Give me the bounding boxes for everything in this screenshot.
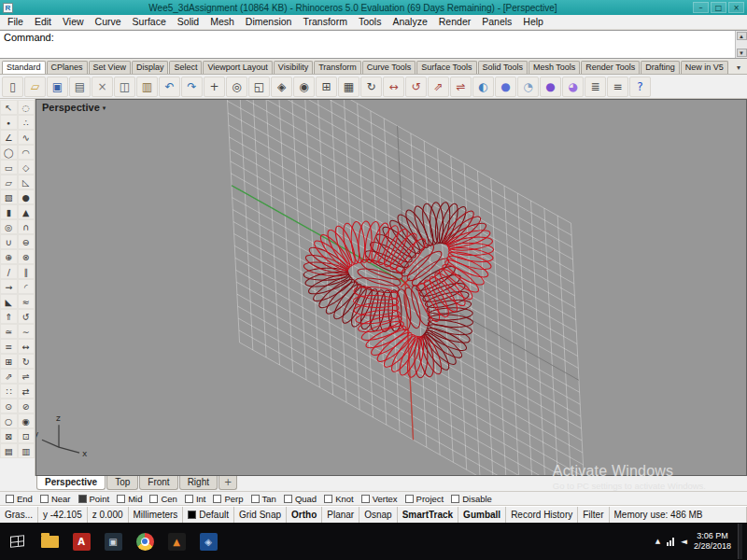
pan-view-icon[interactable]: + <box>204 77 225 97</box>
osnap-vertex[interactable]: Vertex <box>361 494 398 504</box>
gumball-toggle[interactable]: Gumball <box>458 507 506 523</box>
toolbar-tab-render-tools[interactable]: Render Tools <box>581 61 640 74</box>
osnap-near-checkbox[interactable] <box>40 495 49 503</box>
toolbar-tab-mesh-tools[interactable]: Mesh Tools <box>529 61 580 74</box>
app-icon-1[interactable]: ▣ <box>97 524 129 559</box>
osnap-project[interactable]: Project <box>405 494 444 504</box>
viewport-tab-right[interactable]: Right <box>179 476 218 490</box>
osnap-quad-checkbox[interactable] <box>284 495 292 503</box>
osnap-toggle[interactable]: Osnap <box>359 507 397 523</box>
zoom-window-icon[interactable]: ◱ <box>248 77 270 97</box>
chrome-icon[interactable] <box>129 524 161 559</box>
extend-tool[interactable]: → <box>0 279 18 294</box>
command-scroll-up-button[interactable]: ▲ <box>737 32 747 40</box>
chamfer-tool[interactable]: ◣ <box>0 294 18 309</box>
memory-pane[interactable]: Memory use: 486 MB <box>610 507 747 523</box>
menu-mesh[interactable]: Mesh <box>204 15 240 29</box>
menu-view[interactable]: View <box>57 15 90 29</box>
ortho-toggle[interactable]: Ortho <box>287 507 322 523</box>
lasso-select-tool[interactable]: ◌ <box>18 100 35 115</box>
polyline-tool[interactable]: ∠ <box>0 130 18 145</box>
cut-icon[interactable]: × <box>92 77 113 97</box>
fillet-tool[interactable]: ◜ <box>18 279 35 294</box>
viewport-tab-front[interactable]: Front <box>139 476 177 490</box>
osnap-int-checkbox[interactable] <box>185 495 193 503</box>
osnap-quad[interactable]: Quad <box>284 494 317 504</box>
perspective-viewport[interactable]: zxy Perspective ▾ <box>35 99 747 476</box>
offset-tool[interactable]: ≡ <box>0 339 18 354</box>
layer-tools-tool[interactable]: ▤ <box>0 443 18 458</box>
hidden-icons-button[interactable]: ▲ <box>655 538 660 545</box>
planar-toggle[interactable]: Planar <box>322 507 359 523</box>
cone-tool[interactable]: ▲ <box>18 204 35 219</box>
osnap-perp[interactable]: Perp <box>213 494 243 504</box>
toolbar-tab-new-in-v5[interactable]: New in V5 <box>681 61 728 74</box>
shaded-display-icon[interactable]: ◐ <box>472 77 494 97</box>
sphere-tool[interactable]: ● <box>18 189 35 204</box>
explode-tool[interactable]: ⊗ <box>18 249 35 264</box>
point-tool[interactable]: ∙ <box>0 115 18 130</box>
toolbar-tab-surface-tools[interactable]: Surface Tools <box>416 61 476 74</box>
file-explorer-icon[interactable] <box>34 524 65 559</box>
taskbar-clock[interactable]: 3:06 PM 2/28/2018 <box>694 531 731 552</box>
menu-render[interactable]: Render <box>433 15 476 29</box>
trim-tool[interactable]: ∕ <box>0 264 18 279</box>
toolbar-tab-visibility[interactable]: Visibility <box>274 61 313 74</box>
toolbar-options-button[interactable]: ▾ <box>732 62 745 74</box>
osnap-cen-checkbox[interactable] <box>149 495 158 503</box>
revolve-tool[interactable]: ↺ <box>18 309 35 324</box>
lock-tool[interactable]: ⊠ <box>0 428 18 443</box>
media-player-icon[interactable]: ▲ <box>161 524 192 559</box>
arc-tool[interactable]: ◠ <box>18 145 35 160</box>
osnap-knot[interactable]: Knot <box>324 494 354 504</box>
menu-edit[interactable]: Edit <box>29 15 57 29</box>
network-icon[interactable] <box>667 538 674 546</box>
unlock-tool[interactable]: ⊡ <box>18 428 35 443</box>
copy-tool[interactable]: ⊞ <box>0 354 18 369</box>
volume-icon[interactable]: ◄ <box>681 537 687 546</box>
box-tool[interactable]: ▧ <box>0 189 18 204</box>
menu-analyze[interactable]: Analyze <box>387 15 432 29</box>
render-preview-icon[interactable]: ◕ <box>562 77 584 97</box>
osnap-perp-checkbox[interactable] <box>213 495 221 503</box>
points-tool[interactable]: ∴ <box>18 115 35 130</box>
select-tool[interactable]: ↖ <box>0 100 18 115</box>
osnap-mid[interactable]: Mid <box>117 494 142 504</box>
ghosted-display-icon[interactable]: ◔ <box>517 77 539 97</box>
properties-icon[interactable]: ≡ <box>607 77 628 97</box>
toolbar-tab-viewport-layout[interactable]: Viewport Layout <box>203 61 272 74</box>
join-tool[interactable]: ⊕ <box>0 249 18 264</box>
osnap-tan-checkbox[interactable] <box>251 495 260 503</box>
viewport-title-menu[interactable]: Perspective ▾ <box>42 102 106 113</box>
y-coordinate[interactable]: y -42.105 <box>38 507 88 523</box>
sweep-tool[interactable]: ∼ <box>18 324 35 339</box>
group-tool[interactable]: ⊙ <box>0 399 18 413</box>
zoom-dynamic-icon[interactable]: ◎ <box>226 77 247 97</box>
osnap-knot-checkbox[interactable] <box>324 495 332 503</box>
minimize-button[interactable]: – <box>693 2 709 13</box>
menu-file[interactable]: File <box>2 15 29 29</box>
orient-tool[interactable]: ⇄ <box>18 384 35 399</box>
cplane-pane[interactable]: Gras... <box>0 507 38 523</box>
rotate-tool[interactable]: ↻ <box>18 354 35 369</box>
show-tool[interactable]: ◉ <box>18 413 35 428</box>
filter-toggle[interactable]: Filter <box>578 507 609 523</box>
render-icon[interactable]: ● <box>540 77 561 97</box>
menu-solid[interactable]: Solid <box>172 15 204 29</box>
osnap-disable-checkbox[interactable] <box>451 495 459 503</box>
viewport-canvas[interactable]: zxy <box>36 100 746 475</box>
osnap-disable[interactable]: Disable <box>451 494 492 504</box>
menu-panels[interactable]: Panels <box>476 15 517 29</box>
split-tool[interactable]: ∥ <box>18 264 35 279</box>
toolbar-tab-cplanes[interactable]: CPlanes <box>47 61 88 74</box>
boolean-difference-tool[interactable]: ⊖ <box>18 234 35 249</box>
osnap-point[interactable]: Point <box>78 494 110 504</box>
open-file-icon[interactable]: ▱ <box>24 77 46 97</box>
scale-icon[interactable]: ⇗ <box>428 77 449 97</box>
toolbar-tab-curve-tools[interactable]: Curve Tools <box>362 61 416 74</box>
layer-pane[interactable]: Default <box>183 507 234 523</box>
toolbar-tab-set-view[interactable]: Set View <box>89 61 131 74</box>
pipe-tool[interactable]: ∩ <box>18 219 35 234</box>
menu-transform[interactable]: Transform <box>297 15 352 29</box>
record-history-toggle[interactable]: Record History <box>506 507 578 523</box>
